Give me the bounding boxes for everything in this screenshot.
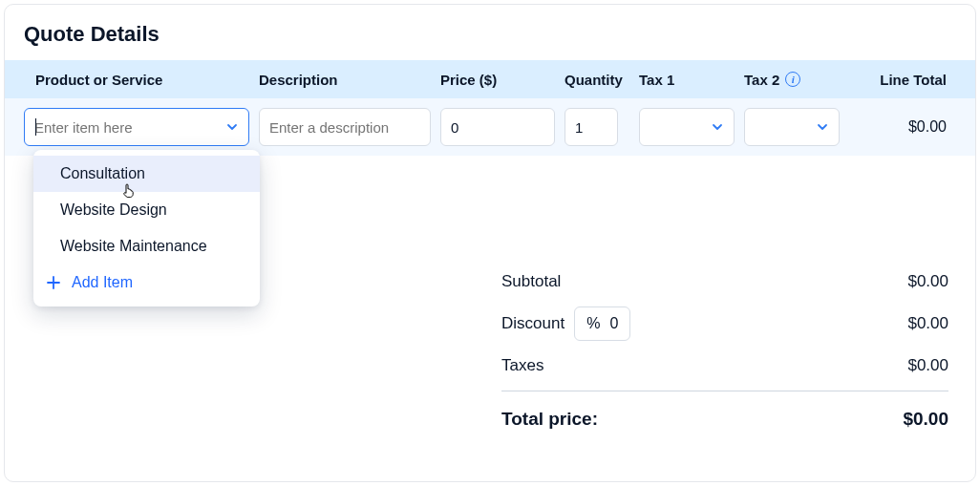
- tax2-select[interactable]: [744, 108, 840, 146]
- info-icon[interactable]: i: [785, 72, 800, 87]
- table-row: $0.00: [5, 98, 975, 156]
- chevron-down-icon: [711, 120, 724, 134]
- summary-section: Subtotal $0.00 Discount % 0 $0.00 Taxes …: [501, 272, 948, 430]
- quantity-input[interactable]: [575, 119, 607, 136]
- product-dropdown: Consultation Website Design Website Main…: [33, 150, 260, 306]
- col-header-quantity: Quantity: [565, 72, 639, 88]
- pointer-cursor-icon: [121, 182, 137, 198]
- taxes-label: Taxes: [501, 356, 543, 375]
- price-input[interactable]: [451, 119, 544, 136]
- subtotal-value: $0.00: [907, 272, 948, 291]
- plus-icon: [45, 274, 62, 291]
- description-input[interactable]: [269, 119, 420, 136]
- col-header-product: Product or Service: [24, 72, 259, 88]
- line-total-value: $0.00: [851, 118, 956, 136]
- product-select[interactable]: [24, 108, 249, 146]
- subtotal-label: Subtotal: [501, 272, 561, 291]
- chevron-down-icon: [816, 120, 829, 134]
- discount-amount: $0.00: [907, 314, 948, 333]
- add-item-label: Add Item: [72, 274, 133, 291]
- quantity-input-box[interactable]: [565, 108, 618, 146]
- subtotal-row: Subtotal $0.00: [501, 272, 948, 291]
- total-label: Total price:: [501, 409, 598, 430]
- text-caret: [35, 118, 36, 136]
- col-header-price: Price ($): [440, 72, 565, 88]
- tax1-select[interactable]: [639, 108, 735, 146]
- col-header-tax2-label: Tax 2: [744, 72, 779, 88]
- taxes-row: Taxes $0.00: [501, 356, 948, 375]
- taxes-value: $0.00: [907, 356, 948, 375]
- col-header-tax1: Tax 1: [639, 72, 744, 88]
- summary-divider: [501, 391, 948, 391]
- col-header-description: Description: [259, 72, 440, 88]
- discount-input-box[interactable]: % 0: [574, 306, 630, 341]
- total-row: Total price: $0.00: [501, 409, 948, 430]
- discount-input-value: 0: [609, 315, 618, 332]
- quote-details-card: Quote Details Product or Service Descrip…: [4, 4, 976, 482]
- col-header-linetotal: Line Total: [851, 72, 956, 88]
- discount-row: Discount % 0 $0.00: [501, 306, 948, 341]
- dropdown-option-website-design[interactable]: Website Design: [33, 192, 260, 228]
- dropdown-option-consultation[interactable]: Consultation: [33, 156, 260, 192]
- page-title: Quote Details: [5, 5, 975, 60]
- dropdown-option-website-maintenance[interactable]: Website Maintenance: [33, 228, 260, 264]
- add-item-button[interactable]: Add Item: [33, 264, 260, 301]
- chevron-down-icon: [225, 120, 239, 134]
- price-input-box[interactable]: [440, 108, 555, 146]
- col-header-tax2: Tax 2 i: [744, 72, 851, 88]
- table-header: Product or Service Description Price ($)…: [5, 60, 975, 98]
- product-input[interactable]: [34, 119, 225, 136]
- description-input-box[interactable]: [259, 108, 431, 146]
- discount-symbol: %: [586, 315, 600, 332]
- total-value: $0.00: [903, 409, 948, 430]
- discount-label: Discount: [501, 314, 565, 333]
